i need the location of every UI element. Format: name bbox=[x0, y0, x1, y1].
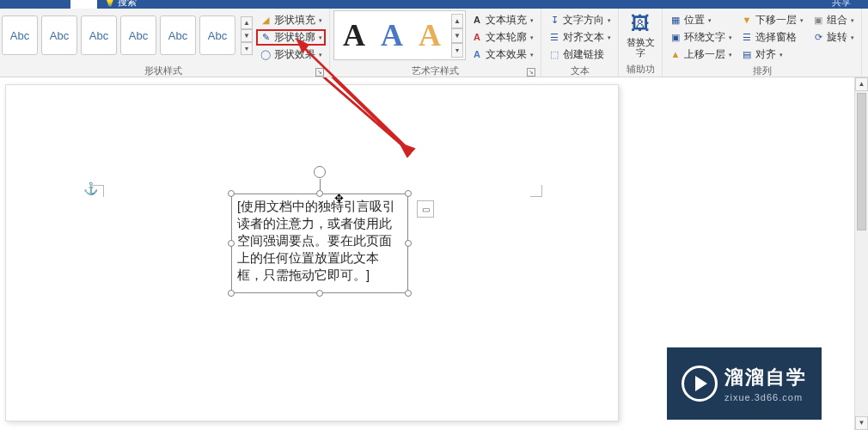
resize-handle[interactable] bbox=[228, 240, 235, 247]
text-effects-button[interactable]: A 文本效果 ▾ bbox=[468, 46, 537, 63]
textbox-selection[interactable]: [使用文档中的独特引言吸引读者的注意力，或者使用此空间强调要点。要在此页面上的任… bbox=[231, 194, 408, 293]
create-link-button[interactable]: ⬚ 创建链接 bbox=[545, 46, 614, 63]
document-area: ⚓ [使用文档中的独特引言吸引读者的注意力，或者使用此空间强调要点。要在此页面上… bbox=[0, 77, 868, 430]
resize-handle[interactable] bbox=[228, 290, 235, 297]
send-backward-button[interactable]: ▼ 下移一层 ▾ bbox=[737, 12, 807, 28]
effects-icon: ◯ bbox=[260, 49, 272, 61]
page[interactable]: ⚓ [使用文档中的独特引言吸引读者的注意力，或者使用此空间强调要点。要在此页面上… bbox=[5, 84, 619, 421]
cmd-label: 对齐文本 bbox=[563, 29, 604, 46]
text-effects-icon: A bbox=[471, 49, 483, 61]
rotate-handle[interactable] bbox=[314, 166, 326, 178]
dialog-launcher[interactable]: ↘ bbox=[315, 68, 324, 77]
tab-format-active[interactable] bbox=[70, 0, 97, 9]
watermark-logo: 溜溜自学 zixue.3d66.com bbox=[667, 347, 822, 420]
vertical-scrollbar[interactable]: ▲ ▼ bbox=[854, 77, 868, 430]
text-outline-button[interactable]: A 文本轮廓 ▾ bbox=[468, 29, 537, 46]
tell-me-search[interactable]: 💡 搜索 bbox=[104, 0, 137, 9]
resize-handle[interactable] bbox=[228, 190, 235, 197]
margin-mark-icon bbox=[92, 185, 104, 197]
shape-fill-button[interactable]: ◢ 形状填充 ▾ bbox=[256, 12, 326, 28]
text-direction-icon: ↧ bbox=[548, 15, 560, 27]
group-label-arrange: 排列 bbox=[666, 63, 858, 78]
tab-item[interactable] bbox=[44, 0, 70, 9]
shape-effects-button[interactable]: ◯ 形状效果 ▾ bbox=[256, 46, 326, 63]
group-button[interactable]: ▣ 组合 ▾ bbox=[809, 12, 858, 28]
position-icon: ▦ bbox=[669, 15, 682, 27]
tab-item[interactable] bbox=[17, 0, 44, 9]
rotate-button[interactable]: ⟳ 旋转 ▾ bbox=[809, 29, 858, 46]
cmd-label: 文本效果 bbox=[486, 46, 527, 63]
backward-icon: ▼ bbox=[741, 15, 753, 27]
scroll-up-button[interactable]: ▲ bbox=[855, 77, 868, 91]
text-fill-icon: A bbox=[471, 15, 483, 27]
search-icon: 💡 bbox=[104, 0, 116, 8]
cmd-label: 选择窗格 bbox=[755, 29, 797, 46]
share-button[interactable]: 共享 bbox=[832, 0, 868, 9]
resize-handle[interactable] bbox=[405, 240, 412, 247]
wordart-item[interactable]: A bbox=[412, 14, 448, 57]
cmd-label: 替换文字 bbox=[622, 37, 658, 58]
shape-style-item[interactable]: Abc bbox=[81, 15, 117, 55]
pen-outline-icon: ✎ bbox=[260, 32, 272, 44]
alt-text-icon: 🖼 bbox=[631, 13, 650, 35]
shape-style-item[interactable]: Abc bbox=[41, 15, 77, 55]
cmd-label: 组合 bbox=[827, 12, 847, 28]
cmd-label: 上移一层 bbox=[684, 46, 725, 63]
cmd-label: 对齐 bbox=[755, 46, 776, 63]
paint-bucket-icon: ◢ bbox=[260, 15, 272, 27]
wordart-item[interactable]: A bbox=[374, 14, 410, 57]
cmd-label: 创建链接 bbox=[563, 46, 604, 63]
shape-style-item[interactable]: Abc bbox=[120, 15, 156, 55]
layout-options-icon: ▭ bbox=[422, 205, 430, 214]
watermark-title: 溜溜自学 bbox=[724, 365, 807, 390]
align-button[interactable]: ▤ 对齐 ▾ bbox=[737, 46, 807, 63]
gallery-scroll[interactable]: ▲▼▾ bbox=[241, 16, 253, 55]
shape-style-item[interactable]: Abc bbox=[199, 15, 235, 55]
layout-options-button[interactable]: ▭ bbox=[417, 200, 434, 218]
textbox-content[interactable]: [使用文档中的独特引言吸引读者的注意力，或者使用此空间强调要点。要在此页面上的任… bbox=[231, 194, 408, 293]
cmd-label: 形状效果 bbox=[274, 46, 315, 63]
selection-pane-icon: ☰ bbox=[741, 32, 753, 44]
search-label: 搜索 bbox=[118, 0, 137, 9]
scroll-thumb[interactable] bbox=[857, 93, 866, 230]
wrap-text-button[interactable]: ▣ 环绕文字 ▾ bbox=[666, 29, 736, 46]
move-cursor-icon: ✥ bbox=[334, 192, 344, 205]
text-outline-icon: A bbox=[471, 32, 483, 44]
link-icon: ⬚ bbox=[548, 49, 560, 61]
selection-pane-button[interactable]: ☰ 选择窗格 bbox=[737, 29, 807, 46]
wordart-item[interactable]: A bbox=[336, 14, 372, 57]
resize-handle[interactable] bbox=[316, 190, 323, 197]
group-icon: ▣ bbox=[812, 15, 824, 27]
rotate-icon: ⟳ bbox=[812, 32, 824, 44]
group-label-wordart: 艺术字样式 ↘ bbox=[333, 63, 537, 78]
cmd-label: 下移一层 bbox=[755, 12, 797, 28]
shape-style-item[interactable]: Abc bbox=[2, 15, 38, 55]
dialog-launcher[interactable]: ↘ bbox=[527, 68, 535, 77]
align-text-button[interactable]: ☰ 对齐文本 ▾ bbox=[545, 29, 614, 46]
cmd-label: 文本轮廓 bbox=[486, 29, 527, 46]
align-icon: ▤ bbox=[741, 49, 753, 61]
play-icon bbox=[682, 366, 718, 402]
margin-mark-icon bbox=[530, 185, 542, 197]
group-label-shapestyle: 形状样式 ↘ bbox=[0, 63, 326, 78]
cmd-label: 位置 bbox=[684, 12, 705, 28]
tab-strip: 💡 搜索 共享 bbox=[0, 0, 868, 9]
shape-style-item[interactable]: Abc bbox=[160, 15, 196, 55]
bring-forward-button[interactable]: ▲ 上移一层 ▾ bbox=[666, 46, 736, 63]
shape-outline-button[interactable]: ✎ 形状轮廓 ▾ bbox=[256, 29, 326, 46]
shape-style-gallery[interactable]: Abc Abc Abc Abc Abc Abc ▲▼▾ bbox=[0, 10, 254, 60]
wordart-gallery[interactable]: A A A ▲▼▾ bbox=[333, 10, 466, 60]
text-direction-button[interactable]: ↧ 文字方向 ▾ bbox=[545, 12, 614, 28]
scroll-down-button[interactable]: ▼ bbox=[855, 416, 868, 430]
text-fill-button[interactable]: A 文本填充 ▾ bbox=[468, 12, 537, 28]
resize-handle[interactable] bbox=[316, 290, 323, 297]
resize-handle[interactable] bbox=[405, 290, 412, 297]
position-button[interactable]: ▦ 位置 ▾ bbox=[666, 12, 736, 28]
gallery-scroll[interactable]: ▲▼▾ bbox=[451, 14, 463, 58]
alt-text-button[interactable]: 🖼 替换文字 bbox=[622, 10, 658, 60]
cmd-label: 形状填充 bbox=[274, 12, 315, 28]
cmd-label: 环绕文字 bbox=[684, 29, 725, 46]
resize-handle[interactable] bbox=[405, 190, 412, 197]
cmd-label: 形状轮廓 bbox=[274, 29, 315, 46]
group-label-acc: 辅助功能 bbox=[622, 61, 658, 77]
